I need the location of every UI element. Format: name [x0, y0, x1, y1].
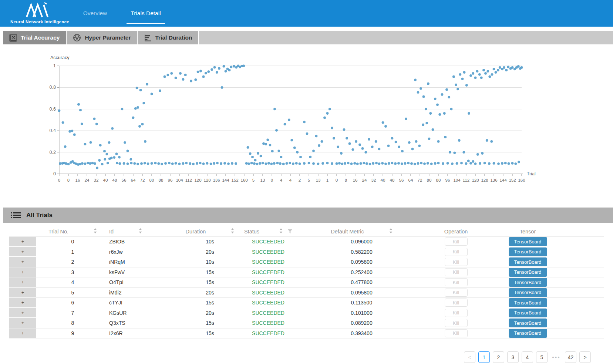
nav-tab-overview[interactable]: Overview	[78, 0, 112, 27]
svg-text:Accuracy: Accuracy	[50, 55, 70, 60]
top-navbar: Neural Network Intelligence Overview Tri…	[0, 0, 613, 27]
column-header-status[interactable]: Status	[244, 226, 292, 236]
kill-button[interactable]: Kill	[445, 289, 468, 297]
all-trials-title: All Trials	[26, 212, 53, 219]
tensorboard-button[interactable]: TensorBoard	[509, 278, 547, 287]
column-label: Default Metric	[331, 229, 364, 235]
table-row: +1r6xJw20sSUCCEEDED0.582200KillTensorBoa…	[9, 247, 604, 257]
trial-id-cell: ZBIOB	[109, 237, 176, 247]
column-label: Id	[109, 229, 114, 235]
svg-text:16: 16	[353, 178, 358, 182]
svg-text:0.2: 0.2	[50, 150, 56, 155]
kill-button[interactable]: Kill	[445, 329, 468, 337]
kill-button[interactable]: Kill	[445, 258, 468, 266]
svg-text:16: 16	[75, 178, 80, 182]
sort-icon[interactable]	[389, 228, 393, 235]
tensorboard-button[interactable]: TensorBoard	[509, 309, 547, 317]
kill-button[interactable]: Kill	[445, 278, 468, 286]
sort-icon[interactable]	[139, 228, 142, 235]
next-page-button[interactable]: >	[579, 351, 591, 363]
column-header-trial_no[interactable]: Trial No.	[36, 226, 109, 236]
expand-row-button[interactable]: +	[9, 257, 36, 267]
page-button-3[interactable]: 3	[507, 351, 519, 363]
tensorboard-button[interactable]: TensorBoard	[509, 257, 547, 266]
kill-button[interactable]: Kill	[445, 309, 468, 317]
tensorboard-button[interactable]: TensorBoard	[509, 247, 547, 256]
expand-row-button[interactable]: +	[9, 328, 36, 338]
svg-text:152: 152	[509, 178, 516, 182]
page-button-42[interactable]: 42	[565, 351, 576, 363]
tab-label: Trial Duration	[155, 34, 192, 41]
svg-text:144: 144	[499, 178, 507, 182]
tensor-cell: TensorBoard	[481, 237, 604, 247]
svg-text:128: 128	[203, 178, 210, 182]
tensorboard-button[interactable]: TensorBoard	[509, 237, 547, 246]
svg-text:72: 72	[140, 178, 145, 182]
nni-webui: Neural Network Intelligence Overview Tri…	[0, 0, 613, 364]
expand-row-button[interactable]: +	[9, 298, 36, 308]
trial-no-cell: 7	[36, 308, 109, 318]
page-button-2[interactable]: 2	[493, 351, 504, 363]
expand-row-button[interactable]: +	[9, 237, 36, 247]
hbar-chart-icon	[144, 34, 151, 41]
default-metric-cell: 0.252400	[292, 267, 431, 277]
svg-text:80: 80	[427, 178, 432, 182]
default-metric-cell: 0.101000	[292, 308, 431, 318]
expand-row-button[interactable]: +	[9, 247, 36, 257]
column-header-duration[interactable]: Duration	[176, 226, 244, 236]
sort-icon[interactable]	[231, 228, 234, 235]
kill-button[interactable]: Kill	[445, 268, 468, 276]
kill-button[interactable]: Kill	[445, 319, 468, 327]
tab-trial-duration[interactable]: Trial Duration	[138, 31, 199, 44]
svg-text:0: 0	[271, 178, 273, 182]
column-label: Status	[244, 229, 259, 235]
prev-page-button[interactable]: <	[464, 351, 475, 363]
page-button-1[interactable]: 1	[478, 351, 490, 363]
kill-button[interactable]: Kill	[445, 299, 468, 307]
trial-no-cell: 9	[36, 328, 109, 338]
tensorboard-button[interactable]: TensorBoard	[509, 268, 547, 277]
tensor-cell: TensorBoard	[481, 318, 604, 328]
trial-id-cell: I2x6R	[109, 328, 176, 338]
trial-id-cell: iNRqM	[109, 257, 176, 267]
active-tab-underline	[127, 23, 165, 24]
tensorboard-button[interactable]: TensorBoard	[509, 329, 547, 338]
kill-button[interactable]: Kill	[445, 248, 468, 256]
duration-cell: 10s	[176, 257, 244, 267]
operation-cell: Kill	[431, 257, 481, 267]
status-badge: SUCCEEDED	[244, 257, 292, 267]
sort-icon[interactable]	[94, 228, 97, 235]
column-header-id[interactable]: Id	[109, 226, 176, 236]
column-label: Operation	[444, 229, 468, 235]
column-header-default_metric[interactable]: Default Metric	[292, 226, 431, 236]
svg-text:0.4: 0.4	[50, 128, 56, 133]
filter-icon[interactable]	[288, 229, 292, 235]
svg-text:88: 88	[436, 178, 441, 182]
svg-text:136: 136	[213, 178, 220, 182]
expand-row-button[interactable]: +	[9, 267, 36, 277]
tensorboard-button[interactable]: TensorBoard	[509, 298, 547, 307]
tensorboard-button[interactable]: TensorBoard	[509, 288, 547, 297]
all-trials-bar: All Trials	[3, 208, 613, 223]
expand-row-button[interactable]: +	[9, 288, 36, 298]
page-button-4[interactable]: 4	[522, 351, 533, 363]
venn-icon	[73, 34, 81, 42]
duration-cell: 15s	[176, 277, 244, 287]
duration-cell: 20s	[176, 247, 244, 257]
page-button-5[interactable]: 5	[536, 351, 548, 363]
status-badge: SUCCEEDED	[244, 328, 292, 338]
tab-hyper-parameter[interactable]: Hyper Parameter	[67, 31, 138, 44]
svg-text:104: 104	[176, 178, 183, 182]
svg-text:160: 160	[240, 178, 247, 182]
trial-no-cell: 8	[36, 318, 109, 328]
sort-icon[interactable]	[279, 228, 283, 235]
expand-row-button[interactable]: +	[9, 308, 36, 318]
svg-text:88: 88	[159, 178, 164, 182]
expand-row-button[interactable]: +	[9, 318, 36, 328]
expand-row-button[interactable]: +	[9, 277, 36, 287]
tensorboard-button[interactable]: TensorBoard	[509, 318, 547, 327]
svg-text:32: 32	[371, 178, 376, 182]
kill-button[interactable]: Kill	[445, 237, 468, 246]
tab-trial-accuracy[interactable]: Trial Accuracy	[3, 31, 67, 44]
operation-cell: Kill	[431, 277, 481, 287]
